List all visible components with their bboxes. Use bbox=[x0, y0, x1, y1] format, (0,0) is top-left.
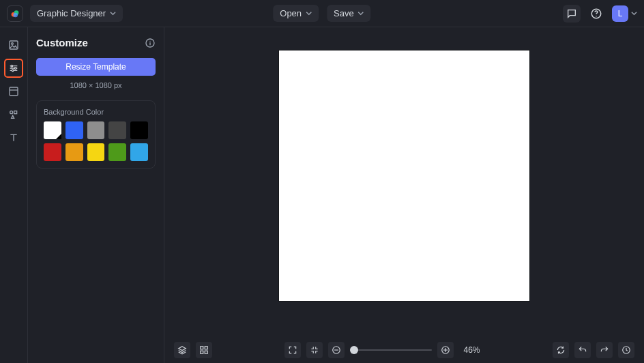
swatch-white[interactable] bbox=[44, 121, 61, 139]
zoom-handle[interactable] bbox=[350, 346, 358, 354]
top-bar: Graphic Designer Open Save L bbox=[0, 0, 644, 27]
rail-customize[interactable] bbox=[4, 59, 23, 78]
fit-button[interactable] bbox=[306, 342, 323, 358]
main-area: Customize Resize Template 1080 × 1080 px… bbox=[0, 27, 644, 363]
grid-button[interactable] bbox=[196, 342, 212, 358]
dimensions-text: 1080 × 1080 px bbox=[36, 81, 156, 89]
avatar-initial: L bbox=[618, 9, 623, 18]
svg-point-12 bbox=[10, 111, 13, 114]
redo-button[interactable] bbox=[596, 342, 613, 358]
open-button[interactable]: Open bbox=[273, 5, 319, 22]
redo-icon bbox=[600, 345, 609, 355]
swatch-gray[interactable] bbox=[87, 121, 105, 139]
title-label: Graphic Designer bbox=[37, 8, 106, 18]
bottom-bar: 46% bbox=[164, 337, 644, 363]
save-label: Save bbox=[334, 8, 354, 18]
help-button[interactable] bbox=[587, 5, 605, 23]
left-rail bbox=[0, 27, 28, 363]
chevron-down-icon bbox=[358, 10, 364, 16]
zoom-in-button[interactable] bbox=[437, 342, 454, 358]
chevron-down-icon bbox=[110, 10, 116, 16]
fullscreen-button[interactable] bbox=[284, 342, 301, 358]
swatch-skyblue[interactable] bbox=[130, 143, 148, 161]
svg-point-16 bbox=[149, 40, 150, 41]
top-right: L bbox=[563, 5, 637, 23]
svg-point-8 bbox=[14, 68, 16, 70]
expand-icon bbox=[288, 345, 297, 355]
top-center-menu: Open Save bbox=[273, 5, 370, 22]
svg-point-7 bbox=[11, 65, 13, 67]
bb-zoom-group: 46% bbox=[284, 342, 480, 358]
svg-point-9 bbox=[12, 70, 14, 72]
swatch-grid bbox=[44, 121, 148, 161]
canvas-area: 46% bbox=[164, 27, 644, 363]
svg-point-6 bbox=[12, 43, 14, 45]
info-icon[interactable] bbox=[145, 38, 156, 48]
swatch-orange[interactable] bbox=[65, 143, 83, 161]
rail-text[interactable] bbox=[4, 128, 23, 147]
svg-rect-19 bbox=[201, 351, 203, 353]
swatch-darkgray[interactable] bbox=[108, 121, 126, 139]
svg-rect-18 bbox=[205, 347, 207, 349]
swatch-black[interactable] bbox=[130, 121, 148, 139]
rail-image[interactable] bbox=[4, 35, 23, 55]
undo-icon bbox=[578, 345, 587, 355]
bb-right-group bbox=[553, 342, 634, 358]
artboard[interactable] bbox=[279, 50, 529, 301]
plus-icon bbox=[441, 345, 450, 355]
undo-button[interactable] bbox=[574, 342, 591, 358]
layers-button[interactable] bbox=[174, 342, 190, 358]
text-icon bbox=[8, 132, 19, 143]
swatch-red[interactable] bbox=[44, 143, 61, 161]
resize-template-button[interactable]: Resize Template bbox=[36, 58, 156, 76]
avatar: L bbox=[612, 5, 628, 22]
background-color-box: Background Color bbox=[36, 100, 156, 169]
help-icon bbox=[590, 8, 602, 20]
collapse-icon bbox=[310, 345, 319, 355]
history-icon bbox=[621, 345, 631, 355]
chat-icon bbox=[566, 8, 577, 19]
canvas-viewport[interactable] bbox=[164, 27, 644, 337]
shapes-icon bbox=[8, 109, 19, 120]
panel-title: Customize bbox=[36, 37, 88, 48]
user-menu[interactable]: L bbox=[612, 5, 637, 22]
rail-shapes[interactable] bbox=[4, 105, 23, 124]
app-logo[interactable] bbox=[7, 5, 23, 22]
rail-templates[interactable] bbox=[4, 82, 23, 101]
image-icon bbox=[8, 40, 19, 50]
zoom-level: 46% bbox=[463, 345, 480, 355]
chevron-down-icon bbox=[631, 10, 637, 16]
svg-rect-13 bbox=[14, 111, 17, 114]
open-label: Open bbox=[280, 8, 302, 18]
minus-icon bbox=[332, 345, 341, 355]
svg-rect-20 bbox=[205, 351, 207, 353]
save-button[interactable]: Save bbox=[327, 5, 371, 22]
bg-color-label: Background Color bbox=[44, 108, 148, 116]
svg-rect-17 bbox=[201, 347, 203, 349]
svg-rect-10 bbox=[10, 87, 18, 96]
panel-header: Customize bbox=[36, 37, 156, 48]
customize-panel: Customize Resize Template 1080 × 1080 px… bbox=[28, 27, 164, 363]
swatch-green[interactable] bbox=[108, 143, 126, 161]
grid-icon bbox=[199, 345, 209, 355]
chevron-down-icon bbox=[306, 10, 312, 16]
template-icon bbox=[8, 86, 19, 97]
svg-point-2 bbox=[13, 12, 18, 17]
layers-icon bbox=[177, 345, 187, 355]
title-dropdown[interactable]: Graphic Designer bbox=[30, 5, 123, 22]
zoom-out-button[interactable] bbox=[328, 342, 345, 358]
sliders-icon bbox=[8, 63, 19, 74]
swatch-yellow[interactable] bbox=[87, 143, 105, 161]
bb-left-group bbox=[174, 342, 212, 358]
logo-icon bbox=[10, 8, 20, 19]
refresh-icon bbox=[556, 345, 566, 355]
refresh-button[interactable] bbox=[553, 342, 569, 358]
comments-button[interactable] bbox=[563, 5, 581, 23]
svg-point-4 bbox=[596, 16, 597, 17]
zoom-slider[interactable] bbox=[350, 349, 432, 351]
history-button[interactable] bbox=[618, 342, 634, 358]
swatch-blue[interactable] bbox=[65, 121, 83, 139]
